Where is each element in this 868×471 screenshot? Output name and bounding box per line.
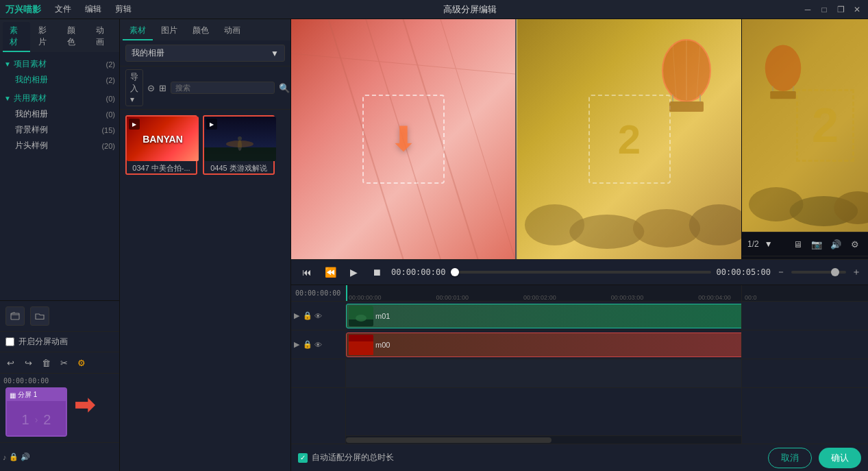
ruler-mark-3: 00:00:03:00 [611, 294, 644, 301]
lock-icon-m01[interactable]: 🔒 [303, 311, 312, 320]
menu-edit[interactable]: 编辑 [79, 2, 107, 16]
tree-child-my-album-shared[interactable]: 我的相册 (0) [0, 106, 119, 122]
child-count-hd: (20) [101, 142, 115, 150]
cancel-button[interactable]: 取消 [768, 448, 812, 468]
clip-m00[interactable]: m00 [346, 333, 741, 357]
split-enable-checkbox[interactable] [5, 337, 14, 346]
tree-child-my-album-project[interactable]: 我的相册 (2) [0, 72, 119, 88]
tree-header-project[interactable]: ▼ 项目素材 (2) [0, 56, 119, 72]
svg-rect-19 [669, 101, 704, 112]
section-label-project: 项目素材 [14, 58, 47, 70]
center-area: ⬇ [291, 19, 868, 471]
cut-button[interactable]: ✂ [56, 355, 71, 370]
skip-back-button[interactable]: ⏮ [298, 263, 316, 281]
timeline-time-left: 00:00:00:00 [3, 377, 49, 385]
child-label-album: 我的相册 [15, 108, 48, 120]
page-indicator: 1/2 [747, 239, 759, 249]
expand-icon-m01[interactable]: ▶ [294, 311, 299, 320]
svg-point-27 [765, 45, 802, 92]
svg-line-10 [291, 53, 515, 74]
eye-icon-m00[interactable]: 👁 [314, 341, 322, 349]
track-label-m00: ▶ 🔒 👁 [291, 330, 345, 359]
timeline-right-panel: 00:0 [741, 285, 868, 444]
zoom-out-playback[interactable]: － [776, 266, 786, 278]
right-preview-image: 2 [742, 19, 868, 232]
tree-header-shared[interactable]: ▼ 共用素材 (0) [0, 90, 119, 106]
filter-icon[interactable]: ⊝ [147, 80, 155, 95]
minimize-button[interactable]: ─ [802, 4, 813, 15]
maximize-button[interactable]: □ [819, 4, 830, 15]
preview-right-half: 2 [517, 19, 741, 259]
clip-thumb-m01 [349, 306, 373, 326]
media-tab-images[interactable]: 图片 [154, 22, 184, 40]
lock-icon-m00[interactable]: 🔒 [303, 340, 312, 349]
timeline-ruler: 00:00:00:00 00:00:01:00 00:00:02:00 00:0… [346, 285, 741, 302]
confirm-button[interactable]: 确认 [819, 448, 861, 468]
progress-bar[interactable] [451, 271, 710, 274]
auto-fit-checkbox[interactable]: ✓ [298, 453, 308, 463]
media-tab-animations[interactable]: 动画 [217, 22, 247, 40]
undo-button[interactable]: ↩ [3, 355, 18, 370]
expand-icon-m00[interactable]: ▶ [294, 340, 299, 349]
menu-file[interactable]: 文件 [49, 2, 77, 16]
media-tab-materials[interactable]: 素材 [123, 22, 153, 40]
tab-colors[interactable]: 颜色 [60, 22, 88, 52]
menu-bar: 万兴喵影 文件 编辑 剪辑 高级分屏编辑 ─ □ ❐ ✕ [0, 0, 868, 19]
ruler-mark-0: 00:00:00:00 [349, 294, 382, 301]
search-icon[interactable]: 🔍 [279, 80, 290, 95]
volume-right-icon[interactable]: 🔊 [828, 237, 843, 252]
split-clip-block[interactable]: ▦ 分屏 1 1 › 2 [5, 387, 67, 437]
play-button[interactable]: ▶ [345, 263, 362, 281]
zoom-slider-playback[interactable] [791, 271, 846, 274]
tab-animations[interactable]: 动画 [89, 22, 116, 52]
media-item-2[interactable]: ▶ 0445 类游戏解说 [203, 115, 275, 175]
page-dropdown-icon: ▼ [765, 239, 773, 249]
menu-clip[interactable]: 剪辑 [110, 2, 137, 16]
ruler-mark-4: 00:00:04:00 [698, 294, 731, 301]
grid-icon[interactable]: ⊞ [159, 80, 166, 95]
restore-button[interactable]: ❐ [835, 4, 846, 15]
media-tab-colors[interactable]: 颜色 [186, 22, 216, 40]
media-item-2-label: 0445 类游戏解说 [204, 163, 273, 173]
right-track-area [742, 302, 868, 444]
track-label-empty [291, 359, 345, 388]
auto-fit-label[interactable]: ✓ 自动适配分屏的总时长 [298, 452, 394, 463]
album-dropdown[interactable]: 我的相册 ▼ [125, 45, 285, 62]
app-logo: 万兴喵影 [5, 3, 41, 16]
tab-materials[interactable]: 素材 [3, 22, 30, 52]
tab-films[interactable]: 影片 [32, 22, 59, 52]
stop-button[interactable]: ⏹ [368, 263, 386, 281]
delete-button[interactable]: 🗑 [38, 355, 53, 370]
child-count: (2) [106, 76, 115, 84]
import-button[interactable]: 导入 ▾ [125, 69, 143, 106]
open-folder-button[interactable] [30, 306, 49, 326]
lock-icon: 🔒 [9, 452, 18, 461]
timeline-labels: 00:00:00:00 ▶ 🔒 👁 ▶ 🔒 👁 [291, 285, 346, 444]
settings-button[interactable]: ⚙ [74, 355, 89, 370]
media-item-1[interactable]: BANYAN ▶ 0347 中美合拍-... [125, 115, 197, 175]
zoom-in-playback[interactable]: ＋ [852, 266, 861, 278]
new-folder-button[interactable] [5, 306, 25, 326]
ruler-mark-1: 00:00:01:00 [436, 294, 469, 301]
redo-button[interactable]: ↪ [21, 355, 36, 370]
album-label: 我的相册 [132, 47, 164, 59]
frame-back-button[interactable]: ⏪ [321, 263, 339, 281]
camera-icon[interactable]: 📷 [809, 237, 824, 252]
track-label-m01: ▶ 🔒 👁 [291, 302, 345, 330]
thumb1-play-icon: ▶ [129, 119, 140, 130]
main-area: 素材 影片 颜色 动画 ▼ 项目素材 (2) 我的相册 (2) [0, 19, 868, 471]
screen-icon[interactable]: 🖥 [790, 237, 805, 252]
settings-right-icon[interactable]: ⚙ [847, 237, 863, 252]
search-input[interactable] [171, 82, 275, 94]
tree-child-backgrounds[interactable]: 背景样例 (15) [0, 122, 119, 138]
tree-child-headers[interactable]: 片头样例 (20) [0, 138, 119, 154]
timeline-scrollbar[interactable] [346, 435, 741, 444]
playhead [346, 285, 347, 301]
left-bottom-icons [0, 300, 119, 331]
close-button[interactable]: ✕ [852, 4, 863, 15]
track-m01: m01 [346, 302, 741, 330]
clip-m01[interactable]: m01 [346, 304, 741, 328]
timeline-main: 00:00:00:00 00:00:01:00 00:00:02:00 00:0… [346, 285, 741, 444]
split-clip-body: 1 › 2 [7, 401, 66, 437]
eye-icon-m01[interactable]: 👁 [314, 312, 322, 320]
